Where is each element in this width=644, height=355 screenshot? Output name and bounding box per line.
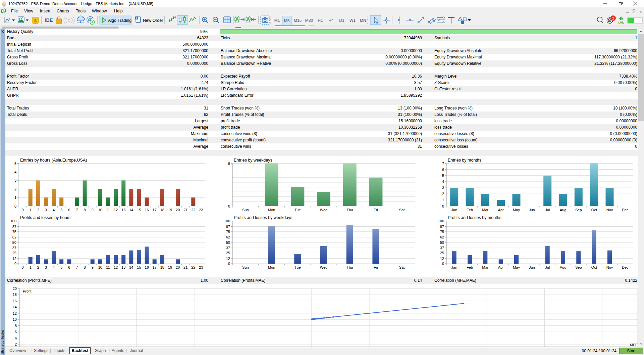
svg-text:Thu: Thu [346, 265, 353, 269]
svg-text:Sat: Sat [399, 208, 405, 212]
svg-text:Fri: Fri [374, 208, 378, 212]
svg-text:87: 87 [12, 225, 16, 229]
svg-text:2: 2 [37, 208, 39, 212]
svg-text:0: 0 [228, 204, 230, 208]
svg-text:Sep: Sep [575, 208, 582, 212]
svg-text:Mar: Mar [482, 265, 488, 269]
svg-text:7: 7 [76, 265, 78, 269]
svg-text:16: 16 [145, 208, 149, 212]
svg-text:12: 12 [12, 257, 16, 261]
svg-text:25: 25 [12, 251, 16, 255]
svg-text:22: 22 [191, 265, 195, 269]
svg-text:18: 18 [13, 293, 17, 297]
svg-text:Sat: Sat [399, 265, 405, 269]
svg-text:Jan: Jan [451, 208, 457, 212]
svg-text:1: 1 [14, 195, 16, 199]
svg-text:50: 50 [440, 240, 444, 245]
svg-text:0: 0 [22, 208, 24, 212]
svg-text:6: 6 [15, 330, 17, 334]
svg-text:7: 7 [76, 208, 78, 212]
svg-text:25: 25 [440, 251, 444, 255]
svg-text:0: 0 [14, 262, 16, 266]
svg-text:Jul: Jul [545, 208, 550, 212]
svg-text:100: 100 [224, 219, 230, 223]
svg-text:Tue: Tue [294, 265, 301, 269]
svg-text:19: 19 [168, 208, 172, 212]
svg-text:18: 18 [160, 208, 164, 212]
svg-text:100: 100 [10, 219, 16, 223]
svg-text:13: 13 [121, 208, 125, 212]
svg-text:5: 5 [60, 208, 62, 212]
svg-text:62: 62 [226, 235, 230, 239]
svg-text:Profits and losses by hours: Profits and losses by hours [20, 215, 70, 220]
svg-text:Mon: Mon [268, 265, 275, 269]
svg-text:10: 10 [98, 208, 102, 212]
svg-text:5: 5 [14, 162, 16, 166]
svg-text:17: 17 [153, 265, 157, 269]
svg-text:Tue: Tue [294, 208, 301, 212]
svg-text:8: 8 [15, 324, 17, 328]
svg-text:23: 23 [199, 208, 203, 212]
svg-text:7: 7 [442, 162, 444, 166]
svg-text:3: 3 [14, 178, 16, 182]
svg-text:100: 100 [438, 219, 444, 223]
svg-text:Fri: Fri [374, 265, 378, 269]
svg-text:12: 12 [114, 265, 118, 269]
svg-text:62: 62 [440, 235, 444, 239]
svg-text:22: 22 [191, 208, 195, 212]
svg-text:Aug: Aug [560, 208, 567, 212]
svg-text:Jul: Jul [545, 265, 550, 269]
svg-text:6: 6 [68, 208, 70, 212]
svg-text:Oct: Oct [591, 208, 597, 212]
svg-text:75: 75 [12, 230, 16, 234]
svg-text:20: 20 [176, 208, 180, 212]
svg-text:Jun: Jun [529, 208, 535, 212]
svg-text:14: 14 [129, 208, 133, 212]
svg-text:8: 8 [84, 265, 86, 269]
svg-text:Aug: Aug [560, 265, 567, 269]
svg-text:20: 20 [13, 286, 17, 291]
svg-text:Jun: Jun [529, 265, 535, 269]
svg-text:17: 17 [153, 208, 157, 212]
svg-text:3: 3 [45, 265, 47, 269]
svg-text:Nov: Nov [606, 265, 613, 269]
svg-text:1: 1 [442, 198, 444, 202]
svg-text:20: 20 [176, 265, 180, 269]
svg-text:Feb: Feb [467, 208, 473, 212]
svg-text:12: 12 [226, 257, 230, 261]
svg-text:16: 16 [13, 299, 17, 303]
svg-text:15: 15 [137, 208, 141, 212]
svg-text:Sun: Sun [242, 265, 249, 269]
svg-text:10: 10 [13, 317, 17, 321]
svg-text:4: 4 [442, 180, 444, 184]
svg-text:Dec: Dec [622, 208, 629, 212]
svg-text:21: 21 [183, 265, 187, 269]
svg-text:15: 15 [137, 265, 141, 269]
svg-text:Nov: Nov [606, 208, 613, 212]
svg-text:May: May [513, 208, 520, 212]
svg-text:4: 4 [53, 208, 55, 212]
svg-text:Apr: Apr [498, 265, 504, 269]
svg-text:1: 1 [30, 265, 32, 269]
svg-text:6: 6 [68, 265, 70, 269]
svg-text:Oct: Oct [591, 265, 597, 269]
svg-text:2: 2 [15, 342, 17, 346]
svg-text:2: 2 [442, 192, 444, 196]
svg-text:Sep: Sep [575, 265, 582, 269]
svg-text:Entries by months: Entries by months [448, 158, 481, 163]
svg-text:0: 0 [22, 265, 24, 269]
svg-text:2: 2 [14, 187, 16, 191]
svg-text:Dec: Dec [622, 265, 629, 269]
svg-text:10: 10 [98, 265, 102, 269]
svg-text:11: 11 [106, 208, 110, 212]
svg-text:16: 16 [145, 265, 149, 269]
svg-text:Profits and losses by months: Profits and losses by months [448, 215, 501, 220]
svg-text:Sun: Sun [242, 208, 249, 212]
svg-text:87: 87 [440, 225, 444, 229]
svg-text:62: 62 [12, 235, 16, 239]
svg-text:4: 4 [14, 170, 16, 174]
svg-text:8: 8 [84, 208, 86, 212]
svg-text:37: 37 [12, 246, 16, 250]
svg-text:23: 23 [199, 265, 203, 269]
svg-text:4: 4 [53, 265, 55, 269]
